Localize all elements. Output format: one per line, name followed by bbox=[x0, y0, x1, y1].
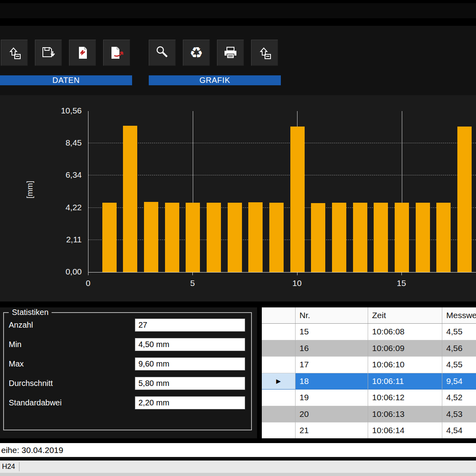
x-tick-mark bbox=[401, 273, 402, 275]
stat-row: Standardabwei bbox=[9, 396, 251, 409]
export-graphic-button[interactable] bbox=[251, 40, 278, 66]
edit-document-button[interactable] bbox=[103, 40, 130, 66]
table-cell: 19 bbox=[296, 390, 368, 406]
table-row-17[interactable]: 1710:06:104,55 bbox=[262, 357, 476, 373]
measurement-table: Nr.ZeitMesswert 1510:06:084,551610:06:09… bbox=[262, 307, 476, 438]
x-tick-mark bbox=[88, 273, 88, 275]
table-cell: 18 bbox=[296, 373, 368, 390]
table-cell: 20 bbox=[296, 406, 368, 423]
table-row-18[interactable]: ▶1810:06:119,54 bbox=[262, 373, 476, 390]
refresh-button[interactable]: ♻ bbox=[183, 40, 210, 66]
chart-bar-4 bbox=[165, 203, 179, 272]
x-tick-label: 5 bbox=[180, 278, 204, 288]
stat-value-input[interactable] bbox=[135, 319, 245, 332]
row-selector-cell[interactable] bbox=[262, 340, 296, 357]
table-cell: 4,55 bbox=[442, 324, 476, 340]
y-axis-unit-label: [mm] bbox=[25, 174, 35, 205]
x-tick-label: 15 bbox=[390, 278, 413, 288]
recycle-icon: ♻ bbox=[190, 45, 203, 60]
table-cell: 4,52 bbox=[442, 390, 476, 406]
chart-bar-13 bbox=[353, 203, 367, 272]
chart-bar-9 bbox=[269, 203, 284, 272]
edit-document-icon bbox=[108, 45, 125, 61]
x-tick-mark bbox=[297, 273, 298, 275]
bottom-status-bar: H24 bbox=[0, 461, 476, 473]
row-selector-cell[interactable] bbox=[262, 422, 296, 438]
table-row-16[interactable]: 1610:06:094,56 bbox=[262, 340, 476, 357]
table-row-20[interactable]: 2010:06:134,53 bbox=[262, 406, 476, 423]
stat-label: Anzahl bbox=[9, 321, 135, 330]
daten-group-label: DATEN bbox=[0, 75, 132, 85]
chart-bar-14 bbox=[374, 203, 388, 272]
grid-line-horizontal bbox=[88, 143, 476, 143]
y-tick-label: 2,11 bbox=[38, 235, 82, 244]
stat-value-input[interactable] bbox=[135, 338, 245, 351]
chart-bar-1 bbox=[102, 203, 117, 272]
import-icon bbox=[6, 45, 23, 61]
current-row-marker[interactable]: ▶ bbox=[262, 373, 296, 390]
table-body: 1510:06:084,551610:06:094,561710:06:104,… bbox=[262, 324, 476, 438]
table-cell: 10:06:09 bbox=[368, 340, 442, 357]
column-header-nr[interactable]: Nr. bbox=[296, 307, 368, 323]
table-cell: 10:06:12 bbox=[368, 390, 442, 406]
table-cell: 4,53 bbox=[442, 406, 476, 423]
chart-bar-6 bbox=[207, 203, 221, 272]
column-header-zeit[interactable]: Zeit bbox=[368, 307, 442, 323]
table-cell: 21 bbox=[296, 422, 368, 438]
stat-row: Max bbox=[9, 357, 251, 370]
chart-bar-15 bbox=[395, 203, 409, 272]
grafik-group-label: GRAFIK bbox=[149, 75, 281, 85]
row-selector-cell[interactable] bbox=[262, 324, 296, 340]
save-button[interactable] bbox=[35, 40, 62, 66]
y-axis-labels: 0,002,114,226,348,4510,56 bbox=[38, 111, 82, 272]
title-bar-inner bbox=[0, 3, 476, 18]
separator-band bbox=[0, 438, 476, 443]
chart-bar-11 bbox=[311, 203, 325, 272]
table-row-21[interactable]: 2110:06:144,54 bbox=[262, 422, 476, 438]
chart-section: [mm] 0,002,114,226,348,4510,56 051015 bbox=[0, 95, 476, 301]
stat-label: Min bbox=[9, 340, 135, 349]
table-cell: 10:06:08 bbox=[368, 324, 442, 340]
table-cell: 10:06:11 bbox=[368, 373, 442, 390]
export-document-button[interactable] bbox=[69, 40, 96, 66]
print-button[interactable] bbox=[217, 40, 244, 66]
table-row-15[interactable]: 1510:06:084,55 bbox=[262, 324, 476, 340]
stat-row: Durchschnitt bbox=[9, 377, 251, 390]
chart-bar-17 bbox=[436, 203, 451, 272]
table-row-19[interactable]: 1910:06:124,52 bbox=[262, 390, 476, 406]
y-tick-label: 6,34 bbox=[38, 170, 82, 180]
table-cell: 10:06:10 bbox=[368, 357, 442, 373]
row-selector-cell[interactable] bbox=[262, 406, 296, 423]
table-cell: 4,56 bbox=[442, 340, 476, 357]
table-cell: 4,54 bbox=[442, 422, 476, 438]
magnifier-icon bbox=[154, 44, 171, 61]
chart-bar-10 bbox=[290, 127, 305, 272]
table-corner-cell bbox=[262, 307, 296, 323]
chart-bar-2 bbox=[123, 126, 137, 272]
chart-bar-8 bbox=[248, 202, 263, 272]
stat-label: Max bbox=[9, 359, 135, 369]
zoom-button[interactable] bbox=[149, 40, 176, 66]
stat-value-input[interactable] bbox=[135, 396, 245, 409]
app-window: ♻ DATEN GRAF bbox=[0, 0, 476, 476]
status-divider bbox=[0, 457, 476, 461]
stat-value-input[interactable] bbox=[135, 357, 245, 370]
chart-bar-7 bbox=[228, 203, 242, 272]
statistics-fields: AnzahlMinMaxDurchschnittStandardabwei bbox=[4, 313, 251, 416]
chart-bar-16 bbox=[416, 203, 430, 272]
table-cell: 17 bbox=[296, 357, 368, 373]
y-tick-label: 4,22 bbox=[38, 203, 82, 212]
row-selector-cell[interactable] bbox=[262, 357, 296, 373]
import-button[interactable] bbox=[1, 40, 28, 66]
x-tick-mark bbox=[192, 273, 193, 275]
status-bar-divider bbox=[19, 462, 19, 471]
table-cell: 9,54 bbox=[442, 373, 476, 390]
row-selector-cell[interactable] bbox=[262, 390, 296, 406]
y-tick-label: 0,00 bbox=[38, 267, 82, 276]
stat-value-input[interactable] bbox=[135, 377, 245, 390]
column-header-messwert[interactable]: Messwert bbox=[442, 307, 476, 323]
stat-label: Durchschnitt bbox=[9, 379, 135, 388]
status-bar: eihe: 30.04.2019 bbox=[0, 443, 476, 457]
x-axis-labels: 051015 bbox=[0, 278, 476, 290]
bottom-panels: Statistiken AnzahlMinMaxDurchschnittStan… bbox=[0, 307, 476, 438]
